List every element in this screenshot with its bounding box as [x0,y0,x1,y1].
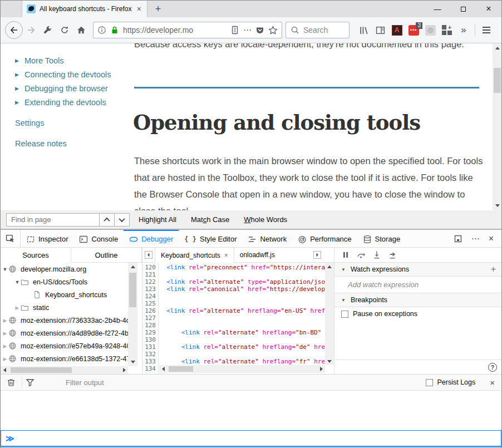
console-output[interactable] [1,391,501,430]
library-button[interactable] [355,21,372,39]
line-number[interactable]: 130 [142,336,156,343]
persist-logs-checkbox[interactable] [426,379,433,386]
url-bar[interactable]: https://developer.mo ⋯ [93,22,282,38]
console-input[interactable]: ≫ [1,430,501,447]
filter-output-input[interactable] [66,378,222,387]
find-input[interactable] [6,213,100,227]
clear-console-button[interactable] [4,378,18,387]
devtools-tab-debugger[interactable]: Debugger [124,230,179,247]
scroll-down-button[interactable] [128,358,137,366]
sidebar-link-settings[interactable]: Settings [15,119,44,127]
sidebar-item-more-tools[interactable]: ▶More Tools [15,53,111,67]
tree-item-moz-extension-a4d89d8e-f272-4b1e[interactable]: ▶moz-extension://a4d89d8e-f272-4b1e [1,327,128,339]
scroll-left-button[interactable] [1,366,8,374]
disabled-extension-button[interactable] [422,21,439,39]
forward-button[interactable] [23,22,40,38]
dock-side-icon[interactable] [454,234,462,243]
persist-logs[interactable]: Persist Logs [426,378,475,386]
tree-vertical-scrollbar[interactable] [128,263,137,366]
page-actions-icon[interactable]: ⋯ [243,25,252,35]
step-out-button[interactable] [388,250,397,259]
pause-on-exceptions-row[interactable]: Pause on exceptions [341,310,417,318]
maximize-button[interactable] [450,1,476,17]
code-line[interactable] [159,322,325,329]
scroll-up-button[interactable] [325,263,334,270]
code-line[interactable] [159,314,325,322]
node-picker-button[interactable] [1,230,21,247]
line-number[interactable]: 134 [142,365,156,372]
line-number[interactable]: 122 [142,278,156,285]
search-bar[interactable] [286,22,350,38]
source-tab-keyboard-shortcuts[interactable]: Keyboard_shortcuts× [155,248,234,263]
code-line[interactable] [159,271,325,278]
help-icon[interactable]: ? [488,363,497,372]
add-watch-icon[interactable]: + [491,265,496,274]
home-button[interactable] [73,22,90,38]
devtools-tab-console[interactable]: Console [73,230,124,247]
line-number[interactable]: 124 [142,293,156,300]
tree-expander-icon[interactable]: ▼ [2,267,8,272]
breakpoints-header[interactable]: ▼ Breakpoints [334,293,502,307]
line-number[interactable]: 132 [142,351,156,358]
devtools-tab-storage[interactable]: Storage [357,230,406,247]
browser-tab[interactable]: All keyboard shortcuts - Firefox × [22,1,147,17]
tree-expander-icon[interactable]: ▶ [2,318,8,323]
tree-item-keyboard-shortcuts[interactable]: Keyboard_shortcuts [1,288,128,301]
bookmark-star-icon[interactable] [268,26,278,35]
minimize-button[interactable]: — [425,1,450,17]
scroll-up-button[interactable] [128,263,137,271]
wrench-button[interactable] [40,22,56,38]
step-over-button[interactable] [357,250,366,259]
line-number[interactable]: 129 [142,329,156,336]
watch-expressions-header[interactable]: ▼ Watch expressions + [334,263,502,277]
menu-button[interactable] [478,21,495,39]
devtools-close-icon[interactable]: × [489,234,494,243]
reload-button[interactable] [56,22,73,38]
code-line[interactable]: <link rel="alternate" hreflang="de" href… [159,343,325,351]
tree-horizontal-scrollbar[interactable] [1,366,128,374]
line-number[interactable]: 121 [142,271,156,278]
site-info-icon[interactable] [97,26,106,35]
new-tab-button[interactable]: + [150,1,166,17]
tree-expander-icon[interactable]: ▶ [2,356,8,362]
sidebar-link-release-notes[interactable]: Release notes [15,139,67,148]
tab-sources[interactable]: Sources [1,248,71,263]
tab-close-icon[interactable]: × [136,5,142,13]
tab-scroll-back-icon[interactable] [144,250,153,259]
tree-item-static[interactable]: ▶static [1,301,128,314]
scroll-down-button[interactable] [493,201,501,210]
pdf-extension-button[interactable]: A [388,21,405,39]
sidebars-button[interactable] [372,21,388,39]
tree-item-moz-extension-e57eb49a-9248-40a6[interactable]: ▶moz-extension://e57eb49a-9248-40a6 [1,339,128,352]
tree-expander-icon[interactable]: ▶ [14,305,21,311]
tree-item-developer-mozilla-org[interactable]: ▼developer.mozilla.org [1,263,128,275]
code-line[interactable]: <link rel="alternate" hreflang="en-US" h… [159,307,325,314]
url-text[interactable]: https://developer.mo [123,26,227,35]
editor-horizontal-scrollbar[interactable] [159,365,325,373]
toggle-match-case[interactable]: Match Case [191,215,229,224]
tab-scroll-forward-icon[interactable] [313,250,322,259]
sidebar-item-extending-the-devtools[interactable]: ▶Extending the devtools [15,95,111,109]
step-in-button[interactable] [372,250,381,259]
scroll-right-button[interactable] [317,365,325,373]
search-input[interactable] [303,26,342,35]
tree-expander-icon[interactable]: ▶ [2,343,8,349]
sidebar-item-debugging-the-browser[interactable]: ▶Debugging the browser [15,81,111,95]
tree-expander-icon[interactable]: ▼ [14,279,21,285]
code-line[interactable]: <link rel="canonical" href="https://deve… [159,285,325,293]
editor-vertical-scrollbar[interactable] [325,263,334,365]
pause-button[interactable] [341,250,350,259]
editor-code[interactable]: <link rel="preconnect" href="https://int… [159,263,325,365]
code-line[interactable]: <link rel="alternate" hreflang="fr" href… [159,358,325,365]
code-line[interactable] [159,336,325,343]
code-line[interactable]: <link rel="alternate" type="application/… [159,278,325,285]
pause-on-exceptions-checkbox[interactable] [341,311,348,318]
find-previous-button[interactable] [100,213,115,227]
line-number[interactable]: 123 [142,285,156,293]
editor-gutter[interactable]: 1201211221231241251261271281291301311321… [142,263,159,374]
scrollbar-thumb[interactable] [169,366,193,372]
tree-item-en-us-docs-tools[interactable]: ▼en-US/docs/Tools [1,275,128,288]
grid-extension-button[interactable]: + [439,21,455,39]
toggle-highlight-all[interactable]: Highlight All [139,215,176,224]
scroll-up-button[interactable] [493,43,501,53]
